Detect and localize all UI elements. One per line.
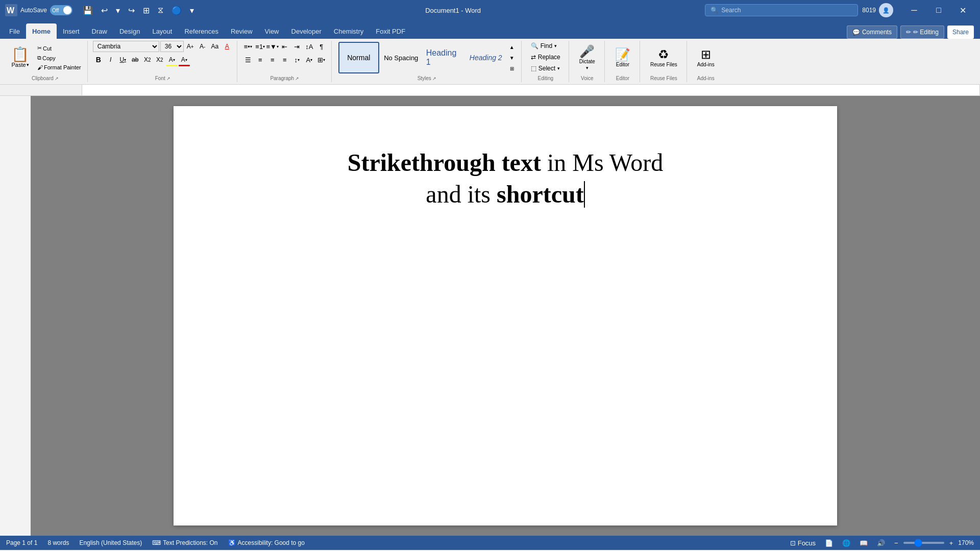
search-input[interactable] <box>721 7 852 14</box>
more-button[interactable]: ▾ <box>187 4 197 17</box>
decrease-indent-button[interactable]: ⇤ <box>279 41 290 52</box>
paragraph-group-label[interactable]: Paragraph ↗ <box>242 74 327 82</box>
align-left-button[interactable]: ☰ <box>242 54 254 65</box>
maximize-button[interactable]: □ <box>927 2 950 18</box>
redo-button[interactable]: ↪ <box>125 4 138 17</box>
undo-arrow-button[interactable]: ▾ <box>113 4 123 17</box>
decrease-font-button[interactable]: A- <box>197 41 208 52</box>
close-button[interactable]: ✕ <box>951 2 975 18</box>
addins-group-label[interactable]: Add-ins <box>692 74 720 82</box>
style-normal[interactable]: Normal <box>338 42 379 73</box>
undo-button[interactable]: ↩ <box>98 4 111 17</box>
ruler-area[interactable] <box>82 85 980 95</box>
style-scroll-up-button[interactable]: ▲ <box>508 42 516 52</box>
show-marks-button[interactable]: ¶ <box>316 41 327 52</box>
text-predictions-status[interactable]: ⌨ Text Predictions: On <box>152 539 217 546</box>
style-no-spacing[interactable]: No Spacing <box>381 42 422 73</box>
filter-button[interactable]: ⧖ <box>155 4 166 17</box>
minimize-button[interactable]: ─ <box>902 2 926 18</box>
font-size-select[interactable]: 36 <box>160 41 184 52</box>
document-content[interactable]: Strikethrough text in Ms Word and its sh… <box>235 147 776 211</box>
tab-layout[interactable]: Layout <box>146 23 178 39</box>
share-button[interactable]: Share <box>947 26 974 39</box>
clear-format-button[interactable]: A <box>222 41 233 52</box>
increase-font-button[interactable]: A+ <box>185 41 196 52</box>
save-button[interactable]: 💾 <box>80 4 96 17</box>
copy-button[interactable]: ⧉ Copy <box>35 54 83 62</box>
align-center-button[interactable]: ≡ <box>255 54 266 65</box>
print-layout-button[interactable]: 📄 <box>823 538 835 548</box>
addins-button[interactable]: ⊞ Add-ins <box>692 45 720 70</box>
font-color-button[interactable]: A▾ <box>179 54 190 65</box>
style-expand-button[interactable]: ⊞ <box>508 63 516 73</box>
select-button[interactable]: ⬚ Select ▾ <box>527 63 565 73</box>
change-case-button[interactable]: Aa <box>209 41 220 52</box>
document-canvas[interactable]: Strikethrough text in Ms Word and its sh… <box>31 96 980 536</box>
reuse-files-button[interactable]: ♻ Reuse Files <box>645 45 682 70</box>
justify-button[interactable]: ≡ <box>279 54 290 65</box>
sort-button[interactable]: ↕A <box>304 41 315 52</box>
tab-draw[interactable]: Draw <box>86 23 113 39</box>
font-group-label[interactable]: Font ↗ <box>93 74 233 82</box>
language-status[interactable]: English (United States) <box>79 539 142 546</box>
editor-button[interactable]: 📝 Editor <box>610 45 635 70</box>
immersive-reader-button[interactable]: 🔊 <box>875 538 887 548</box>
zoom-in-button[interactable]: + <box>947 538 955 548</box>
editor-group-label[interactable]: Editor <box>610 74 635 82</box>
strikethrough-button[interactable]: ab <box>130 54 141 65</box>
editing-button[interactable]: ✏ ✏ Editing <box>900 26 944 39</box>
find-button[interactable]: 🔍 Find ▾ <box>527 41 565 51</box>
highlight-button[interactable]: A▾ <box>166 54 178 65</box>
editing-group-label[interactable]: Editing <box>527 74 565 82</box>
styles-group-label[interactable]: Styles ↗ <box>337 74 517 82</box>
search-bar[interactable]: 🔍 <box>705 4 858 16</box>
zoom-slider[interactable] <box>903 542 944 544</box>
web-layout-button[interactable]: 🌐 <box>840 538 852 548</box>
paste-button[interactable]: 📋 Paste ▾ <box>7 45 33 70</box>
reuse-group-label[interactable]: Reuse Files <box>645 74 682 82</box>
page-info[interactable]: Page 1 of 1 <box>6 539 37 546</box>
clipboard-group-label[interactable]: Clipboard ↗ <box>7 74 83 82</box>
underline-button[interactable]: U▾ <box>117 54 129 65</box>
autosave-toggle[interactable]: Off <box>50 5 72 15</box>
tab-review[interactable]: Review <box>225 23 259 39</box>
comments-button[interactable]: 💬 Comments <box>847 26 897 39</box>
style-heading2[interactable]: Heading 2 <box>465 42 506 73</box>
user-avatar[interactable]: 👤 <box>879 3 893 17</box>
replace-button[interactable]: ⇄ Replace <box>527 52 565 62</box>
tab-insert[interactable]: Insert <box>57 23 86 39</box>
tab-chemistry[interactable]: Chemistry <box>328 23 370 39</box>
voice-group-label[interactable]: Voice <box>574 74 600 82</box>
italic-button[interactable]: I <box>105 54 116 65</box>
borders-button[interactable]: ⊞ ▾ <box>316 54 327 65</box>
tab-references[interactable]: References <box>178 23 224 39</box>
tab-file[interactable]: File <box>3 23 26 39</box>
bullets-button[interactable]: ≡• ▾ <box>242 41 254 52</box>
tab-view[interactable]: View <box>259 23 285 39</box>
accessibility-status[interactable]: ♿ Accessibility: Good to go <box>228 539 305 546</box>
read-mode-button[interactable]: 📖 <box>857 538 870 548</box>
align-right-button[interactable]: ≡ <box>267 54 278 65</box>
word-count[interactable]: 8 words <box>47 539 69 546</box>
autosave-settings-button[interactable]: 🔵 <box>168 4 185 17</box>
tablet-mode-button[interactable]: ⊞ <box>140 4 153 17</box>
style-scroll-down-button[interactable]: ▼ <box>508 53 516 63</box>
subscript-button[interactable]: X2 <box>142 54 153 65</box>
line-spacing-button[interactable]: ↕ ▾ <box>291 54 303 65</box>
font-family-select[interactable]: Cambria <box>93 41 159 52</box>
cut-button[interactable]: ✂ Cut <box>35 44 83 53</box>
tab-design[interactable]: Design <box>113 23 146 39</box>
tab-foxit[interactable]: Foxit PDF <box>370 23 411 39</box>
increase-indent-button[interactable]: ⇥ <box>291 41 303 52</box>
multilevel-button[interactable]: ≡▼ ▾ <box>267 41 278 52</box>
bold-button[interactable]: B <box>93 54 104 65</box>
focus-button[interactable]: ⊡ Focus <box>788 538 818 548</box>
style-heading1[interactable]: Heading 1 <box>423 42 464 73</box>
shading-button[interactable]: A ▾ <box>304 54 315 65</box>
superscript-button[interactable]: X2 <box>154 54 165 65</box>
format-painter-button[interactable]: 🖌 Format Painter <box>35 63 83 71</box>
tab-developer[interactable]: Developer <box>285 23 328 39</box>
zoom-out-button[interactable]: − <box>892 538 900 548</box>
dictate-button[interactable]: 🎤 Dictate ▾ <box>574 42 600 73</box>
tab-home[interactable]: Home <box>26 23 57 39</box>
